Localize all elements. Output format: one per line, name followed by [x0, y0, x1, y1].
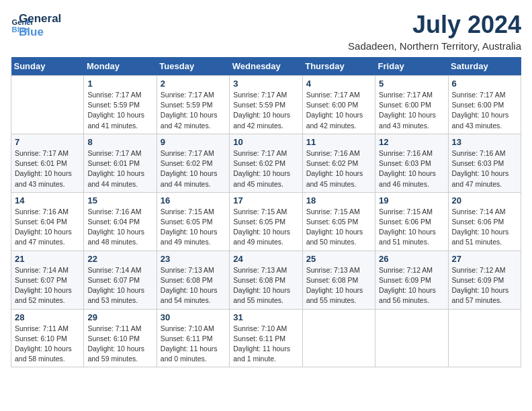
day-number: 18 — [306, 195, 371, 205]
calendar-cell: 31Sunrise: 7:10 AMSunset: 6:11 PMDayligh… — [230, 309, 302, 367]
day-info: Sunrise: 7:17 AMSunset: 6:01 PMDaylight:… — [87, 148, 152, 189]
calendar-cell: 21Sunrise: 7:14 AMSunset: 6:07 PMDayligh… — [11, 250, 84, 309]
calendar-cell: 26Sunrise: 7:12 AMSunset: 6:09 PMDayligh… — [375, 250, 448, 309]
calendar-cell: 10Sunrise: 7:17 AMSunset: 6:02 PMDayligh… — [230, 134, 302, 192]
calendar-cell: 20Sunrise: 7:14 AMSunset: 6:06 PMDayligh… — [448, 192, 521, 250]
calendar-cell: 19Sunrise: 7:15 AMSunset: 6:06 PMDayligh… — [375, 192, 448, 250]
day-number: 9 — [161, 137, 226, 147]
day-info: Sunrise: 7:15 AMSunset: 6:06 PMDaylight:… — [379, 207, 444, 248]
day-info: Sunrise: 7:17 AMSunset: 6:02 PMDaylight:… — [233, 148, 298, 189]
logo: General Blue General Blue — [11, 11, 61, 40]
calendar-cell — [375, 309, 448, 367]
day-number: 4 — [306, 79, 371, 89]
calendar-cell: 5Sunrise: 7:17 AMSunset: 6:00 PMDaylight… — [375, 76, 448, 134]
calendar-cell: 8Sunrise: 7:17 AMSunset: 6:01 PMDaylight… — [84, 134, 157, 192]
day-number: 10 — [233, 137, 298, 147]
day-info: Sunrise: 7:10 AMSunset: 6:11 PMDaylight:… — [233, 324, 298, 365]
day-number: 20 — [452, 195, 517, 205]
day-info: Sunrise: 7:17 AMSunset: 6:02 PMDaylight:… — [161, 148, 226, 189]
logo-blue: Blue — [19, 26, 61, 39]
calendar-cell: 23Sunrise: 7:13 AMSunset: 6:08 PMDayligh… — [157, 250, 229, 309]
calendar-cell — [302, 309, 375, 367]
day-info: Sunrise: 7:17 AMSunset: 5:59 PMDaylight:… — [233, 90, 298, 131]
calendar-cell: 1Sunrise: 7:17 AMSunset: 5:59 PMDaylight… — [84, 76, 157, 134]
calendar-cell — [11, 76, 84, 134]
day-info: Sunrise: 7:16 AMSunset: 6:04 PMDaylight:… — [15, 207, 80, 248]
calendar-cell: 30Sunrise: 7:10 AMSunset: 6:11 PMDayligh… — [157, 309, 229, 367]
day-number: 27 — [452, 254, 517, 264]
day-info: Sunrise: 7:15 AMSunset: 6:05 PMDaylight:… — [161, 207, 226, 248]
day-header-saturday: Saturday — [448, 57, 521, 76]
week-row-1: 1Sunrise: 7:17 AMSunset: 5:59 PMDaylight… — [11, 76, 521, 134]
calendar-cell: 29Sunrise: 7:11 AMSunset: 6:10 PMDayligh… — [84, 309, 157, 367]
day-number: 5 — [379, 79, 444, 89]
calendar-cell: 22Sunrise: 7:14 AMSunset: 6:07 PMDayligh… — [84, 250, 157, 309]
calendar-cell: 2Sunrise: 7:17 AMSunset: 5:59 PMDaylight… — [157, 76, 229, 134]
day-number: 15 — [87, 195, 152, 205]
day-number: 13 — [452, 137, 517, 147]
day-header-monday: Monday — [84, 57, 157, 76]
day-info: Sunrise: 7:12 AMSunset: 6:09 PMDaylight:… — [379, 265, 444, 306]
day-number: 23 — [161, 254, 226, 264]
calendar-cell: 25Sunrise: 7:13 AMSunset: 6:08 PMDayligh… — [302, 250, 375, 309]
day-info: Sunrise: 7:17 AMSunset: 6:00 PMDaylight:… — [379, 90, 444, 131]
day-number: 26 — [379, 254, 444, 264]
days-header-row: SundayMondayTuesdayWednesdayThursdayFrid… — [11, 57, 521, 76]
calendar-cell: 24Sunrise: 7:13 AMSunset: 6:08 PMDayligh… — [230, 250, 302, 309]
day-info: Sunrise: 7:13 AMSunset: 6:08 PMDaylight:… — [233, 265, 298, 306]
day-number: 2 — [161, 79, 226, 89]
day-number: 17 — [233, 195, 298, 205]
day-info: Sunrise: 7:11 AMSunset: 6:10 PMDaylight:… — [87, 324, 152, 365]
day-info: Sunrise: 7:14 AMSunset: 6:07 PMDaylight:… — [87, 265, 152, 306]
calendar-cell: 15Sunrise: 7:16 AMSunset: 6:04 PMDayligh… — [84, 192, 157, 250]
week-row-4: 21Sunrise: 7:14 AMSunset: 6:07 PMDayligh… — [11, 250, 521, 309]
calendar-cell — [448, 309, 521, 367]
day-number: 11 — [306, 137, 371, 147]
calendar-cell: 14Sunrise: 7:16 AMSunset: 6:04 PMDayligh… — [11, 192, 84, 250]
day-number: 16 — [161, 195, 226, 205]
day-number: 6 — [452, 79, 517, 89]
day-number: 28 — [15, 312, 80, 322]
calendar-cell: 11Sunrise: 7:16 AMSunset: 6:02 PMDayligh… — [302, 134, 375, 192]
day-header-sunday: Sunday — [11, 57, 84, 76]
location-title: Sadadeen, Northern Territory, Australia — [348, 40, 521, 52]
day-number: 14 — [15, 195, 80, 205]
calendar-cell: 17Sunrise: 7:15 AMSunset: 6:05 PMDayligh… — [230, 192, 302, 250]
calendar-cell: 7Sunrise: 7:17 AMSunset: 6:01 PMDaylight… — [11, 134, 84, 192]
day-info: Sunrise: 7:16 AMSunset: 6:03 PMDaylight:… — [452, 148, 517, 189]
day-info: Sunrise: 7:15 AMSunset: 6:05 PMDaylight:… — [306, 207, 371, 248]
day-info: Sunrise: 7:17 AMSunset: 5:59 PMDaylight:… — [87, 90, 152, 131]
day-info: Sunrise: 7:17 AMSunset: 5:59 PMDaylight:… — [161, 90, 226, 131]
day-info: Sunrise: 7:16 AMSunset: 6:04 PMDaylight:… — [87, 207, 152, 248]
day-number: 31 — [233, 312, 298, 322]
day-number: 22 — [87, 254, 152, 264]
calendar-cell: 3Sunrise: 7:17 AMSunset: 5:59 PMDaylight… — [230, 76, 302, 134]
day-number: 19 — [379, 195, 444, 205]
day-info: Sunrise: 7:17 AMSunset: 6:00 PMDaylight:… — [306, 90, 371, 131]
day-info: Sunrise: 7:16 AMSunset: 6:03 PMDaylight:… — [379, 148, 444, 189]
calendar-cell: 13Sunrise: 7:16 AMSunset: 6:03 PMDayligh… — [448, 134, 521, 192]
calendar-cell: 4Sunrise: 7:17 AMSunset: 6:00 PMDaylight… — [302, 76, 375, 134]
day-info: Sunrise: 7:16 AMSunset: 6:02 PMDaylight:… — [306, 148, 371, 189]
week-row-3: 14Sunrise: 7:16 AMSunset: 6:04 PMDayligh… — [11, 192, 521, 250]
week-row-5: 28Sunrise: 7:11 AMSunset: 6:10 PMDayligh… — [11, 309, 521, 367]
day-info: Sunrise: 7:13 AMSunset: 6:08 PMDaylight:… — [161, 265, 226, 306]
page-header: General Blue General Blue July 2024 Sada… — [11, 11, 521, 52]
calendar-cell: 16Sunrise: 7:15 AMSunset: 6:05 PMDayligh… — [157, 192, 229, 250]
calendar-cell: 27Sunrise: 7:12 AMSunset: 6:09 PMDayligh… — [448, 250, 521, 309]
day-header-thursday: Thursday — [302, 57, 375, 76]
calendar-cell: 9Sunrise: 7:17 AMSunset: 6:02 PMDaylight… — [157, 134, 229, 192]
day-number: 3 — [233, 79, 298, 89]
day-number: 1 — [87, 79, 152, 89]
day-header-wednesday: Wednesday — [230, 57, 302, 76]
calendar-cell: 6Sunrise: 7:17 AMSunset: 6:00 PMDaylight… — [448, 76, 521, 134]
day-number: 21 — [15, 254, 80, 264]
day-number: 12 — [379, 137, 444, 147]
day-number: 25 — [306, 254, 371, 264]
week-row-2: 7Sunrise: 7:17 AMSunset: 6:01 PMDaylight… — [11, 134, 521, 192]
calendar-cell: 18Sunrise: 7:15 AMSunset: 6:05 PMDayligh… — [302, 192, 375, 250]
logo-general: General — [19, 12, 61, 26]
day-number: 24 — [233, 254, 298, 264]
day-info: Sunrise: 7:12 AMSunset: 6:09 PMDaylight:… — [452, 265, 517, 306]
calendar-cell: 12Sunrise: 7:16 AMSunset: 6:03 PMDayligh… — [375, 134, 448, 192]
